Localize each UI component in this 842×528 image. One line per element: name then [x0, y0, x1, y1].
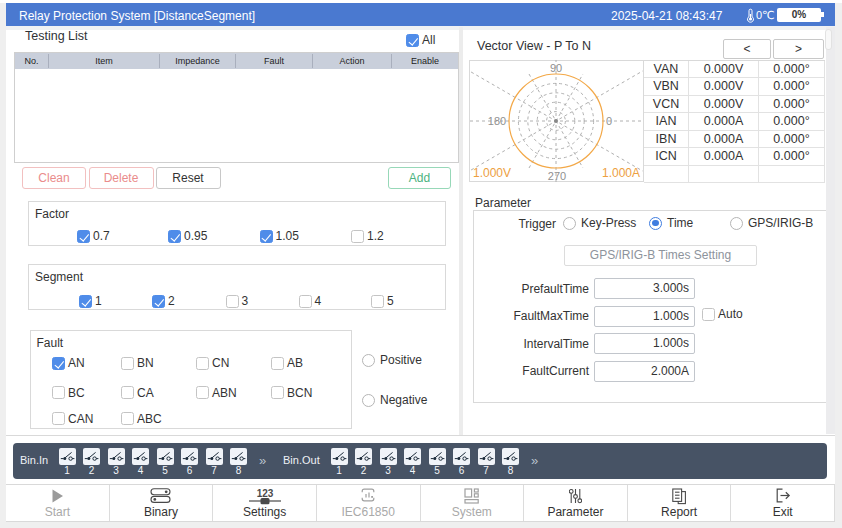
svg-text:270: 270: [547, 170, 565, 182]
svg-text:1.000A: 1.000A: [601, 166, 639, 180]
svg-text:90: 90: [549, 62, 561, 74]
svg-text:1.000V: 1.000V: [473, 166, 511, 180]
svg-text:180: 180: [487, 115, 505, 127]
svg-text:0: 0: [605, 115, 611, 127]
svg-text:123: 123: [256, 488, 273, 499]
